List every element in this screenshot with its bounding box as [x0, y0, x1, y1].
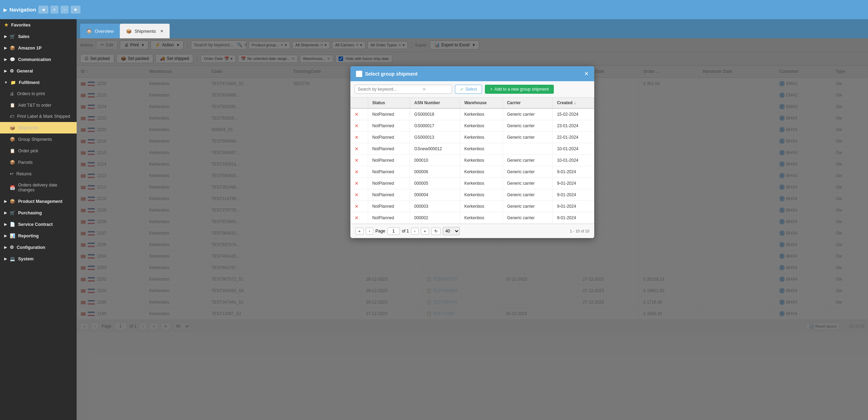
- row-remove-icon[interactable]: ✕: [355, 181, 359, 186]
- sidebar-item-parcels[interactable]: 📦 Parcels: [0, 156, 77, 168]
- nav-title: Navigation: [9, 7, 36, 13]
- delivery-date-icon: 📅: [10, 185, 15, 190]
- modal-table-row[interactable]: ✕ NotPlanned 000005 Kerkenbos Generic ca…: [350, 178, 594, 189]
- sidebar-item-group-shipments[interactable]: 📦 Group Shipments: [0, 133, 77, 145]
- modal-cell-asn: GS000017: [410, 120, 460, 132]
- row-remove-icon[interactable]: ✕: [355, 204, 359, 209]
- modal-table-row[interactable]: ✕ NotPlanned GS000013 Kerkenbos Generic …: [350, 132, 594, 143]
- modal-cell-created: 9-01-2024: [553, 189, 594, 201]
- modal-page-input[interactable]: [387, 227, 400, 235]
- sidebar-item-order-pick[interactable]: 📋 Order pick: [0, 145, 77, 156]
- sidebar-item-favorites[interactable]: ★ Favorites: [0, 19, 77, 31]
- modal-header-icon: [356, 71, 362, 77]
- modal-table-row[interactable]: ✕ NotPlanned GSnew000012 Kerkenbos 10-01…: [350, 143, 594, 155]
- modal-table-row[interactable]: ✕ NotPlanned 000006 Kerkenbos Generic ca…: [350, 166, 594, 178]
- tab-close-icon[interactable]: ✕: [160, 29, 163, 33]
- modal-first-btn[interactable]: «: [355, 228, 364, 235]
- arrow-icon: ▶: [4, 35, 7, 38]
- sidebar-item-add-tnt[interactable]: 📋 Add T&T to order: [0, 99, 77, 111]
- row-remove-icon[interactable]: ✕: [355, 135, 359, 140]
- row-remove-icon[interactable]: ✕: [355, 158, 359, 163]
- modal-close-button[interactable]: ✕: [584, 70, 589, 77]
- sidebar-item-communication[interactable]: ▶ 💬 Communication: [0, 54, 77, 65]
- sidebar-item-fulfilment[interactable]: ▼ 📁 Fulfilment: [0, 77, 77, 88]
- sidebar-item-system[interactable]: ▶ 💻 System: [0, 253, 77, 265]
- modal-cell-x[interactable]: ✕: [350, 132, 368, 143]
- home-icon: 🏠: [86, 29, 92, 34]
- nav-minus-btn[interactable]: –: [61, 6, 69, 14]
- modal-page-label: Page: [375, 229, 385, 234]
- modal-col-asn[interactable]: ASN Number: [410, 98, 460, 108]
- modal-refresh-btn[interactable]: ↻: [431, 228, 441, 235]
- label-icon: 🏷: [10, 114, 14, 119]
- modal-next-btn[interactable]: ›: [411, 228, 419, 235]
- sidebar-item-shipments[interactable]: 📦 Shipments: [0, 122, 77, 133]
- modal-table-row[interactable]: ✕ NotPlanned GS000018 Kerkenbos Generic …: [350, 108, 594, 120]
- print-icon: 🖨: [10, 91, 14, 96]
- sidebar-item-reporting[interactable]: ▶ 📊 Reporting: [0, 230, 77, 242]
- sidebar-item-sales[interactable]: ▶ 🛒 Sales: [0, 31, 77, 42]
- modal-cell-x[interactable]: ✕: [350, 166, 368, 178]
- nav-add-btn[interactable]: +: [51, 6, 59, 14]
- product-icon: 📦: [10, 199, 15, 204]
- modal-select-button[interactable]: ✓ Select: [455, 85, 482, 94]
- modal-col-status[interactable]: Status: [368, 98, 410, 108]
- nav-icon: ▶: [3, 7, 7, 13]
- modal-cell-carrier: Generic carrier: [503, 155, 553, 166]
- sidebar-item-orders-to-print[interactable]: 🖨 Orders to print: [0, 88, 77, 99]
- modal-table-row[interactable]: ✕ NotPlanned 000010 Kerkenbos Generic ca…: [350, 155, 594, 166]
- sidebar-item-print-label[interactable]: 🏷 Print Label & Mark Shipped: [0, 111, 77, 122]
- modal-search-clear[interactable]: ✕: [423, 87, 426, 92]
- row-remove-icon[interactable]: ✕: [355, 192, 359, 198]
- modal-cell-x[interactable]: ✕: [350, 178, 368, 189]
- sidebar-item-service-contract[interactable]: ▶ 📄 Service Contract: [0, 219, 77, 230]
- row-remove-icon[interactable]: ✕: [355, 169, 359, 175]
- sidebar-item-product-mgmt[interactable]: ▶ 📦 Product Management: [0, 196, 77, 207]
- modal-table-row[interactable]: ✕ NotPlanned 000004 Kerkenbos Generic ca…: [350, 189, 594, 201]
- modal-cell-warehouse: Kerkenbos: [460, 201, 503, 212]
- modal-cell-x[interactable]: ✕: [350, 201, 368, 212]
- modal-cell-x[interactable]: ✕: [350, 155, 368, 166]
- checkmark-icon: ✓: [460, 87, 464, 92]
- sidebar-item-returns[interactable]: ↩ Returns: [0, 168, 77, 180]
- modal-cell-x[interactable]: ✕: [350, 120, 368, 132]
- row-remove-icon[interactable]: ✕: [355, 146, 359, 152]
- sidebar-item-delivery-date[interactable]: 📅 Orders delivery date changes: [0, 180, 77, 196]
- modal-cell-carrier: Generic carrier: [503, 212, 553, 224]
- modal-cell-x[interactable]: ✕: [350, 143, 368, 155]
- modal-per-page-select[interactable]: 40 20 100: [443, 227, 460, 235]
- nav-star-btn[interactable]: ★: [71, 6, 80, 14]
- modal-cell-warehouse: Kerkenbos: [460, 212, 503, 224]
- reporting-icon: 📊: [10, 233, 15, 238]
- sidebar-item-purchasing[interactable]: ▶ 🛒 Purchasing: [0, 207, 77, 219]
- row-remove-icon[interactable]: ✕: [355, 112, 359, 117]
- modal-table-row[interactable]: ✕ NotPlanned GS000017 Kerkenbos Generic …: [350, 120, 594, 132]
- modal-table-row[interactable]: ✕ NotPlanned 000002 Kerkenbos Generic ca…: [350, 212, 594, 224]
- modal-cell-status: NotPlanned: [368, 212, 410, 224]
- modal-cell-x[interactable]: ✕: [350, 189, 368, 201]
- modal-add-button[interactable]: + Add to a new group shipment: [485, 85, 554, 94]
- modal-prev-btn[interactable]: ‹: [366, 228, 373, 235]
- comm-icon: 💬: [10, 57, 15, 62]
- nav-back-btn[interactable]: ◄: [38, 6, 48, 14]
- modal-search-box[interactable]: ✕: [355, 85, 452, 94]
- modal-last-btn[interactable]: »: [421, 228, 429, 235]
- row-remove-icon[interactable]: ✕: [355, 215, 359, 221]
- modal-table-row[interactable]: ✕ NotPlanned 000003 Kerkenbos Generic ca…: [350, 201, 594, 212]
- modal-cell-x[interactable]: ✕: [350, 108, 368, 120]
- arrow-icon: ▶: [4, 245, 7, 249]
- modal-cell-carrier: Generic carrier: [503, 120, 553, 132]
- modal-col-carrier[interactable]: Carrier: [503, 98, 553, 108]
- modal-cell-x[interactable]: ✕: [350, 212, 368, 224]
- modal-col-warehouse[interactable]: Warehouse: [460, 98, 503, 108]
- row-remove-icon[interactable]: ✕: [355, 123, 359, 129]
- sidebar-item-amazon[interactable]: ▶ 📦 Amazon 1P: [0, 42, 77, 54]
- modal-cell-asn: GSnew000012: [410, 143, 460, 155]
- sidebar-item-general[interactable]: ▶ ⚙ General: [0, 65, 77, 77]
- modal-search-input[interactable]: [358, 87, 420, 92]
- modal-col-created[interactable]: Created ↓: [553, 98, 594, 108]
- modal-cell-carrier: Generic carrier: [503, 189, 553, 201]
- sidebar-item-configuration[interactable]: ▶ ⚙ Configuration: [0, 242, 77, 253]
- tab-shipments[interactable]: 📦 Shipments ✕: [120, 24, 169, 38]
- tab-overview[interactable]: 🏠 Overview: [80, 24, 120, 38]
